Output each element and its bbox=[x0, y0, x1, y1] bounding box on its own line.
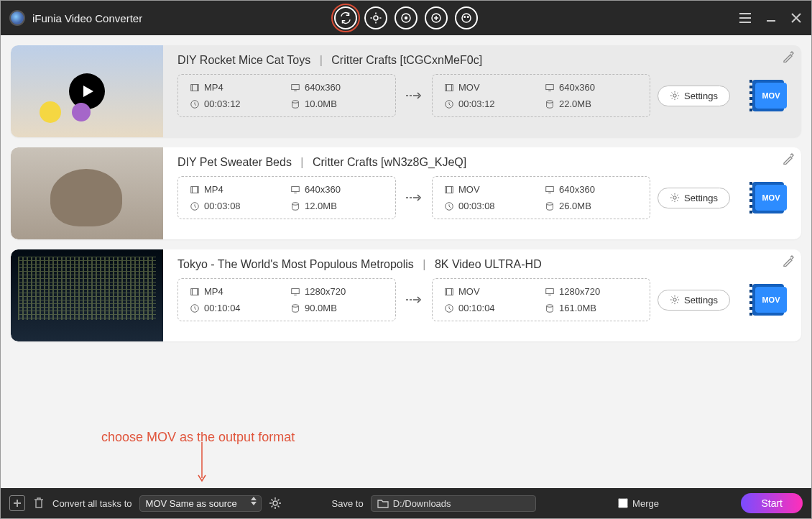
output-format-label: MOV bbox=[762, 193, 780, 202]
src-size: 12.0MB bbox=[305, 201, 337, 211]
annotation-text: choose MOV as the output format bbox=[101, 430, 295, 445]
svg-point-14 bbox=[547, 100, 553, 103]
settings-label: Settings bbox=[684, 91, 718, 101]
task-settings-button[interactable]: Settings bbox=[658, 86, 730, 106]
svg-point-19 bbox=[292, 202, 299, 205]
svg-point-15 bbox=[673, 94, 676, 97]
title-separator: | bbox=[300, 156, 303, 168]
close-icon[interactable] bbox=[790, 12, 803, 24]
svg-point-0 bbox=[374, 16, 378, 20]
folder-icon bbox=[377, 498, 389, 508]
source-info-box: MP4 1280x720 00:10:04 90.0MB bbox=[177, 278, 396, 321]
convert-all-label: Convert all tasks to bbox=[52, 498, 132, 509]
menu-icon[interactable] bbox=[738, 11, 752, 25]
output-format-icon[interactable]: MOV bbox=[755, 181, 788, 214]
src-size: 10.0MB bbox=[305, 98, 337, 109]
app-title: iFunia Video Converter bbox=[32, 12, 142, 24]
svg-point-24 bbox=[673, 196, 676, 199]
svg-point-2 bbox=[405, 17, 407, 19]
title-separator: | bbox=[423, 258, 425, 270]
src-size: 90.0MB bbox=[305, 303, 337, 313]
output-format-icon[interactable]: MOV bbox=[755, 79, 788, 112]
output-format-label: MOV bbox=[762, 295, 780, 304]
save-to-label: Save to bbox=[332, 498, 364, 509]
target-info-box: MOV 1280x720 00:10:04 161.0MB bbox=[432, 278, 650, 321]
task-row[interactable]: DIY Pet Sweater Beds | Critter Crafts [w… bbox=[11, 147, 801, 239]
video-thumbnail[interactable] bbox=[11, 147, 163, 239]
src-resolution: 1280x720 bbox=[305, 286, 346, 297]
edit-tab-icon[interactable] bbox=[395, 6, 417, 29]
edit-title-icon[interactable] bbox=[783, 153, 794, 165]
edit-title-icon[interactable] bbox=[783, 51, 794, 63]
dst-size: 22.0MB bbox=[559, 98, 591, 109]
src-duration: 00:03:08 bbox=[204, 201, 241, 211]
footer-bar: Convert all tasks to MOV Same as source … bbox=[1, 488, 811, 518]
dst-format: MOV bbox=[458, 82, 480, 93]
src-format: MP4 bbox=[204, 286, 223, 297]
task-settings-button[interactable]: Settings bbox=[658, 188, 730, 208]
output-format-value: MOV Same as source bbox=[146, 498, 237, 509]
app-logo bbox=[9, 10, 25, 26]
svg-point-33 bbox=[673, 298, 676, 301]
dst-size: 26.0MB bbox=[559, 201, 591, 211]
title-part-b: Critter Crafts [wN3z8G_KJeQ] bbox=[313, 156, 466, 168]
settings-label: Settings bbox=[684, 193, 718, 203]
merge-tab-icon[interactable] bbox=[425, 6, 448, 29]
dst-resolution: 640x360 bbox=[559, 82, 595, 93]
arrow-icon bbox=[403, 193, 425, 203]
src-resolution: 640x360 bbox=[305, 184, 341, 195]
video-thumbnail[interactable] bbox=[11, 249, 163, 341]
svg-rect-26 bbox=[292, 288, 300, 293]
dst-format: MOV bbox=[458, 286, 480, 297]
window-controls bbox=[738, 11, 803, 25]
download-tab-icon[interactable] bbox=[364, 6, 387, 29]
svg-point-4 bbox=[462, 14, 471, 22]
settings-label: Settings bbox=[684, 295, 718, 306]
task-row[interactable]: Tokyo - The World's Most Populous Metrop… bbox=[11, 249, 801, 341]
play-icon[interactable] bbox=[69, 73, 105, 109]
task-settings-button[interactable]: Settings bbox=[658, 290, 730, 311]
svg-point-6 bbox=[468, 17, 469, 18]
src-resolution: 640x360 bbox=[305, 82, 341, 93]
start-label: Start bbox=[761, 497, 783, 509]
annotation-arrow-icon bbox=[195, 441, 209, 484]
arrow-icon bbox=[403, 91, 425, 101]
title-part-b: Critter Crafts [tCGCxnMeF0c] bbox=[331, 54, 482, 66]
output-format-select[interactable]: MOV Same as source bbox=[139, 495, 262, 512]
output-format-label: MOV bbox=[762, 91, 780, 100]
svg-point-32 bbox=[547, 304, 553, 307]
dst-resolution: 1280x720 bbox=[559, 286, 600, 297]
gear-icon[interactable] bbox=[269, 497, 282, 510]
source-info-box: MP4 640x360 00:03:12 10.0MB bbox=[177, 74, 396, 117]
start-button[interactable]: Start bbox=[741, 493, 803, 513]
convert-tab-icon[interactable] bbox=[334, 6, 357, 29]
dst-resolution: 640x360 bbox=[559, 184, 595, 195]
delete-icon[interactable] bbox=[32, 496, 45, 510]
dst-format: MOV bbox=[458, 184, 480, 195]
src-format: MP4 bbox=[204, 82, 223, 93]
save-path-value: D:/Downloads bbox=[393, 498, 451, 509]
task-title: DIY Rocket Mice Cat Toys | Critter Craft… bbox=[177, 54, 791, 67]
merge-checkbox[interactable] bbox=[618, 498, 628, 508]
toolbar bbox=[334, 6, 478, 29]
add-file-button[interactable] bbox=[9, 495, 25, 511]
svg-point-35 bbox=[273, 501, 277, 505]
save-path-field[interactable]: D:/Downloads bbox=[371, 495, 536, 512]
output-format-icon[interactable]: MOV bbox=[755, 283, 788, 316]
title-part-a: Tokyo - The World's Most Populous Metrop… bbox=[177, 258, 414, 270]
dst-duration: 00:10:04 bbox=[458, 303, 495, 313]
edit-title-icon[interactable] bbox=[783, 255, 794, 267]
merge-toggle[interactable]: Merge bbox=[618, 498, 659, 509]
minimize-icon[interactable] bbox=[765, 12, 777, 24]
src-duration: 00:03:12 bbox=[204, 98, 241, 109]
dst-size: 161.0MB bbox=[559, 303, 596, 313]
task-title: Tokyo - The World's Most Populous Metrop… bbox=[177, 258, 791, 271]
video-thumbnail[interactable] bbox=[11, 45, 163, 137]
svg-rect-30 bbox=[546, 288, 554, 293]
dst-duration: 00:03:12 bbox=[458, 98, 495, 109]
task-row[interactable]: DIY Rocket Mice Cat Toys | Critter Craft… bbox=[11, 45, 801, 137]
svg-point-23 bbox=[547, 202, 553, 205]
task-list: DIY Rocket Mice Cat Toys | Critter Craft… bbox=[1, 35, 811, 488]
gif-tab-icon[interactable] bbox=[455, 6, 478, 29]
src-format: MP4 bbox=[204, 184, 223, 195]
